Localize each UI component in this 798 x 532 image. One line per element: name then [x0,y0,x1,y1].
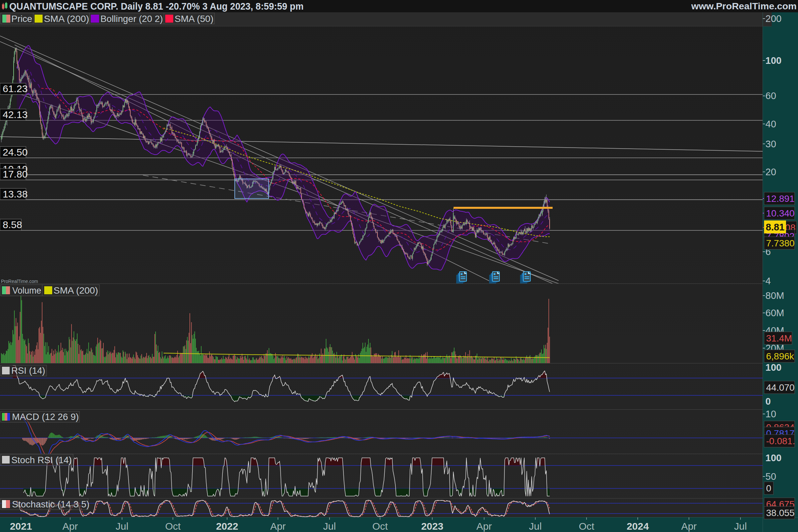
svg-text:SMA (50): SMA (50) [174,14,213,24]
svg-text:0: 0 [766,483,772,493]
svg-text:44.070: 44.070 [766,382,795,393]
svg-text:Apr: Apr [681,521,697,532]
svg-text:ProRealTime.com: ProRealTime.com [1,279,38,284]
svg-text:7.7380: 7.7380 [766,238,795,248]
svg-text:Apr: Apr [476,521,492,532]
svg-text:40: 40 [765,119,776,129]
svg-text:80M: 80M [765,290,784,301]
svg-text:Volume: Volume [12,286,41,296]
svg-text:Price: Price [11,14,32,24]
svg-text:60M: 60M [765,307,784,318]
svg-text:2022: 2022 [216,521,239,532]
svg-text:200: 200 [765,13,781,24]
svg-text:www.ProRealTime.com: www.ProRealTime.com [691,1,797,11]
svg-text:8.58: 8.58 [3,219,22,230]
svg-text:100: 100 [765,453,781,463]
svg-text:12.891: 12.891 [766,193,795,204]
svg-text:Apr: Apr [270,521,286,532]
svg-text:100: 100 [765,362,781,373]
svg-text:24.50: 24.50 [3,147,27,158]
svg-text:Bollinger (20 2): Bollinger (20 2) [100,14,163,24]
svg-text:100: 100 [765,55,781,66]
svg-text:10: 10 [765,408,776,419]
svg-text:Oct: Oct [579,521,594,532]
svg-text:Jul: Jul [529,521,542,532]
svg-text:42.13: 42.13 [3,109,27,120]
svg-text:Stochastic (14 3 5): Stochastic (14 3 5) [12,499,90,509]
svg-text:Oct: Oct [165,521,181,532]
svg-text:Oct: Oct [373,521,388,532]
svg-text:2021: 2021 [10,521,32,532]
svg-text:Jul: Jul [734,521,747,532]
svg-text:30: 30 [765,139,776,149]
svg-text:4: 4 [765,276,771,286]
svg-text:Jul: Jul [116,521,128,532]
svg-text:10.340: 10.340 [766,208,795,218]
svg-text:13.38: 13.38 [3,189,27,200]
svg-text:50: 50 [765,471,776,482]
svg-text:Apr: Apr [62,521,78,532]
svg-text:MACD (12 26 9): MACD (12 26 9) [12,412,79,422]
svg-text:31.4M: 31.4M [766,333,792,343]
svg-text:0: 0 [765,396,771,407]
svg-text:SMA (200): SMA (200) [54,286,98,296]
svg-text:61.23: 61.23 [3,83,27,94]
svg-text:-0.081.: -0.081. [766,436,795,446]
svg-text:17.80: 17.80 [3,169,27,179]
svg-text:Stoch RSI (14): Stoch RSI (14) [11,455,72,465]
svg-text:8.81: 8.81 [766,222,784,232]
svg-text:20: 20 [765,167,776,177]
svg-text:6,896k: 6,896k [766,351,794,361]
svg-text:2023: 2023 [421,521,443,532]
svg-text:Jul: Jul [323,521,336,532]
svg-text:2024: 2024 [627,521,649,532]
svg-text:SMA (200): SMA (200) [44,14,89,24]
svg-text:38.055: 38.055 [766,508,795,518]
svg-text:60: 60 [765,91,776,101]
svg-text:RSI (14): RSI (14) [11,366,45,376]
svg-text:QUANTUMSCAPE CORP. Daily 8.81: QUANTUMSCAPE CORP. Daily 8.81 -20.70% 3 … [9,1,304,12]
